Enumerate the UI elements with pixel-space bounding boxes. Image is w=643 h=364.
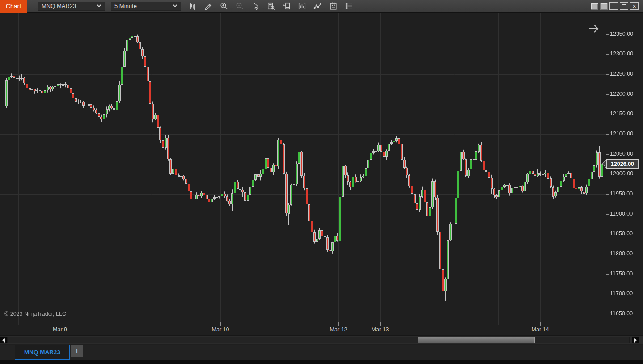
price-tick-label: 12000.00 (610, 170, 633, 177)
copyright-notice: © 2023 NinjaTrader, LLC (4, 311, 66, 317)
toolbar-icons (187, 1, 354, 11)
add-tab-button[interactable]: + (71, 345, 83, 357)
properties-icon[interactable] (344, 1, 354, 11)
price-tick-label: 11800.00 (610, 250, 633, 257)
price-tick-label: 11850.00 (610, 230, 633, 237)
price-tick (606, 134, 609, 135)
scrollbar-grip[interactable] (420, 339, 422, 342)
price-tick-label: 11900.00 (610, 211, 633, 217)
zoom-out-icon (234, 1, 244, 11)
chevron-down-icon (97, 3, 102, 8)
window-title: Chart (0, 0, 27, 13)
date-tick (338, 322, 339, 326)
maximize-icon (622, 4, 626, 8)
price-tick (606, 154, 609, 155)
price-axis-line (606, 13, 606, 325)
price-tick-label: 12150.00 (610, 110, 633, 117)
minimize-button[interactable] (609, 2, 618, 10)
ninjatrader-chart-window: Chart MNQ MAR23 5 Minute × 12350.0012300… (0, 0, 643, 364)
price-tick-label: 12200.00 (610, 91, 633, 97)
price-tick (606, 94, 609, 95)
interval-value: 5 Minute (114, 3, 169, 9)
interval-selector[interactable]: 5 Minute (111, 2, 181, 11)
instrument-selector[interactable]: MNQ MAR23 (38, 2, 105, 11)
maximize-button[interactable] (620, 2, 628, 10)
price-tick-label: 11950.00 (610, 190, 633, 197)
date-tick-label: Mar 12 (330, 326, 347, 333)
price-tick-label: 12250.00 (610, 71, 633, 77)
price-tick (606, 174, 609, 174)
chart-tab-strip: MNQ MAR23 + (0, 345, 643, 360)
indicators-icon[interactable] (297, 1, 307, 11)
price-tick-label: 11650.00 (610, 310, 633, 317)
chart-trader-icon[interactable] (281, 1, 291, 11)
last-price-marker: 12026.00 (606, 159, 639, 169)
triangle-right-icon (634, 338, 637, 343)
chevron-down-icon (173, 3, 178, 8)
date-tick (540, 322, 541, 326)
date-tick-label: Mar 13 (372, 326, 389, 333)
price-tick (606, 254, 609, 254)
price-tick (606, 234, 609, 234)
date-tick (60, 322, 60, 326)
price-tick (606, 54, 609, 55)
scrollbar-track[interactable] (7, 337, 630, 343)
minimize-icon (612, 8, 616, 8)
strategies-icon[interactable] (313, 1, 322, 11)
price-tick-label: 12050.00 (610, 151, 633, 157)
price-tick (606, 34, 609, 35)
strategy-analyzer-icon[interactable] (328, 1, 338, 11)
instrument-value: MNQ MAR23 (42, 3, 93, 9)
chart-style-icon[interactable] (187, 1, 197, 11)
candlestick-chart-canvas[interactable] (0, 13, 606, 325)
tab-mnq-mar23[interactable]: MNQ MAR23 (15, 345, 70, 360)
scroll-left-button[interactable] (0, 337, 7, 343)
price-tick-label: 12350.00 (610, 31, 633, 37)
price-tick (606, 274, 609, 275)
triangle-left-icon (2, 338, 5, 343)
chart-scrollbar (0, 335, 643, 344)
date-tick-label: Mar 10 (212, 326, 229, 333)
price-tick (606, 294, 609, 294)
zoom-in-icon[interactable] (219, 1, 228, 11)
price-tick-label: 11750.00 (610, 271, 633, 277)
price-tick (606, 114, 609, 114)
price-tick (606, 314, 609, 314)
scrollbar-thumb[interactable] (418, 337, 535, 343)
date-tick-label: Mar 9 (53, 326, 67, 333)
cursor-icon[interactable] (250, 1, 260, 11)
background-strip (0, 360, 643, 364)
price-tick-label: 12100.00 (610, 131, 633, 137)
close-button[interactable]: × (630, 2, 639, 10)
date-tick (220, 322, 221, 326)
date-tick-label: Mar 14 (532, 326, 549, 333)
time-axis-line (0, 325, 606, 325)
interval-link-button[interactable] (600, 3, 608, 10)
window-controls: × (591, 2, 639, 10)
price-tick-label: 12300.00 (610, 51, 633, 57)
scroll-right-button[interactable] (632, 337, 639, 343)
date-tick (380, 322, 381, 326)
chart-toolbar: Chart MNQ MAR23 5 Minute × (0, 0, 643, 13)
data-box-icon[interactable] (266, 1, 275, 11)
price-tick (606, 74, 609, 75)
instrument-link-button[interactable] (591, 3, 598, 10)
drawing-tools-icon[interactable] (203, 1, 213, 11)
go-to-latest-bar-arrow-icon[interactable] (588, 22, 600, 35)
price-tick (606, 214, 609, 215)
price-tick-label: 11700.00 (610, 290, 633, 296)
price-tick (606, 194, 609, 195)
